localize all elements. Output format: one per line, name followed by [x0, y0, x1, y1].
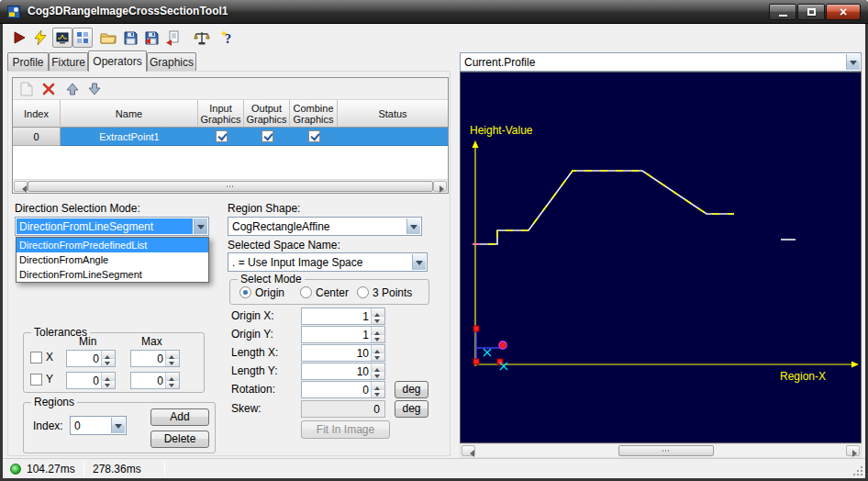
run-button[interactable]	[9, 28, 29, 48]
spin-up-icon[interactable]	[372, 345, 384, 353]
move-up-button[interactable]	[63, 80, 82, 98]
dropdown-option-angle[interactable]: DirectionFromAngle	[17, 252, 208, 267]
origin-y-spinner[interactable]: 1	[301, 326, 385, 343]
add-operator-button[interactable]	[17, 80, 36, 98]
spin-up-icon[interactable]	[166, 351, 179, 359]
three-points-radio[interactable]	[357, 286, 369, 298]
spin-up-icon[interactable]	[102, 373, 115, 381]
run-continuous-button[interactable]	[30, 28, 50, 48]
import-button[interactable]	[162, 28, 183, 48]
save-as-button[interactable]	[141, 28, 161, 48]
scrollbar-thumb[interactable]	[618, 445, 714, 456]
electrode-toggle-a-button[interactable]	[52, 28, 72, 48]
column-header-combine-graphics[interactable]: Combine Graphics	[290, 100, 338, 128]
tab-graphics[interactable]: Graphics	[147, 52, 196, 71]
tolerance-y-min-spinner[interactable]: 0	[66, 372, 116, 389]
chevron-down-icon[interactable]	[194, 218, 207, 234]
spin-up-icon[interactable]	[372, 327, 384, 335]
row-name-cell[interactable]: ExtractPoint1	[61, 128, 198, 146]
spin-up-icon[interactable]	[166, 373, 179, 381]
spin-down-icon[interactable]	[102, 359, 115, 366]
spin-up-icon[interactable]	[372, 364, 384, 372]
profile-hscrollbar[interactable]	[460, 443, 862, 458]
column-header-name[interactable]: Name	[61, 100, 198, 128]
region-shape-combo[interactable]: CogRectangleAffine	[228, 217, 422, 236]
save-button[interactable]	[120, 28, 140, 48]
fit-in-image-button[interactable]: Fit In Image	[301, 420, 390, 439]
column-header-input-graphics[interactable]: Input Graphics	[198, 100, 244, 128]
spin-up-icon[interactable]	[372, 308, 384, 317]
rotation-label: Rotation:	[231, 383, 275, 396]
spin-down-icon[interactable]	[372, 353, 384, 361]
profile-display[interactable]: Height-Value Region-X	[460, 72, 862, 443]
spin-down-icon[interactable]	[166, 359, 179, 366]
delete-operator-button[interactable]	[39, 80, 58, 98]
open-file-icon	[100, 30, 117, 45]
rotation-deg-button[interactable]: deg	[395, 381, 428, 398]
add-region-button[interactable]: Add	[150, 408, 209, 426]
rotation-spinner[interactable]: 0	[301, 381, 385, 398]
dropdown-option-predefined-list[interactable]: DirectionFromPredefinedList	[17, 238, 208, 252]
spin-down-icon[interactable]	[372, 372, 384, 379]
tolerance-x-max-spinner[interactable]: 0	[130, 350, 180, 367]
close-button[interactable]: ×	[826, 4, 861, 20]
column-header-status[interactable]: Status	[338, 100, 448, 128]
chevron-down-icon[interactable]	[412, 254, 426, 270]
scroll-left-button[interactable]	[462, 445, 475, 456]
spin-up-icon[interactable]	[102, 351, 115, 359]
tolerance-x-min-spinner[interactable]: 0	[66, 350, 116, 367]
title-bar[interactable]: Cog3DRangeImageCrossSectionTool1 ×	[0, 0, 868, 24]
tolerance-x-checkbox[interactable]	[30, 352, 42, 364]
chevron-down-icon[interactable]	[111, 418, 125, 433]
space-name-combo[interactable]: . = Use Input Image Space	[228, 252, 428, 272]
input-graphics-checkbox[interactable]	[216, 130, 228, 142]
scroll-right-button[interactable]	[433, 181, 447, 192]
tab-profile[interactable]: Profile	[7, 52, 49, 71]
length-y-spinner[interactable]: 10	[301, 363, 385, 380]
scroll-right-button[interactable]	[846, 445, 860, 456]
operators-hscrollbar[interactable]	[13, 179, 448, 193]
delete-region-button[interactable]: Delete	[150, 431, 209, 448]
column-header-output-graphics[interactable]: Output Graphics	[244, 100, 290, 128]
tool-run-time: 104.27ms	[27, 463, 75, 475]
spin-down-icon[interactable]	[372, 335, 384, 342]
resize-grip[interactable]	[851, 464, 863, 476]
maximize-button[interactable]	[797, 4, 825, 20]
chevron-down-icon[interactable]	[846, 54, 860, 70]
region-index-combo[interactable]: 0	[70, 416, 127, 435]
skew-deg-button[interactable]: deg	[395, 400, 428, 418]
output-graphics-checkbox[interactable]	[262, 130, 273, 142]
svg-text:?: ?	[225, 32, 231, 46]
origin-x-spinner[interactable]: 1	[301, 308, 385, 325]
column-header-index[interactable]: Index	[13, 100, 61, 128]
profile-selector-combo[interactable]: Current.Profile	[460, 52, 862, 72]
open-file-button[interactable]	[98, 28, 118, 48]
benchmark-button[interactable]	[192, 28, 212, 48]
new-document-icon	[20, 82, 33, 96]
scrollbar-thumb[interactable]	[28, 181, 433, 192]
spin-down-icon[interactable]	[372, 390, 384, 397]
center-radio[interactable]	[300, 286, 312, 298]
spin-down-icon[interactable]	[372, 317, 384, 324]
spin-down-icon[interactable]	[102, 381, 115, 388]
help-button[interactable]: ?	[217, 28, 238, 48]
electrode-toggle-b-button[interactable]	[72, 28, 93, 48]
combine-graphics-checkbox[interactable]	[308, 130, 320, 142]
origin-radio[interactable]	[239, 286, 251, 298]
minimize-icon	[779, 15, 787, 17]
spin-down-icon[interactable]	[166, 381, 179, 388]
chevron-down-icon[interactable]	[406, 218, 420, 234]
minimize-button[interactable]	[769, 4, 796, 20]
tab-fixture[interactable]: Fixture	[49, 52, 88, 71]
tolerance-y-checkbox[interactable]	[30, 374, 42, 386]
spin-up-icon[interactable]	[372, 382, 384, 390]
tab-operators[interactable]: Operators	[88, 50, 147, 72]
move-down-button[interactable]	[85, 80, 104, 98]
row-index-cell[interactable]: 0	[13, 128, 61, 146]
row-status-cell[interactable]	[338, 128, 448, 146]
direction-mode-combo[interactable]: DirectionFromLineSegment	[15, 217, 209, 236]
scroll-left-button[interactable]	[14, 181, 28, 192]
tolerance-y-max-spinner[interactable]: 0	[130, 372, 180, 389]
dropdown-option-line-segment[interactable]: DirectionFromLineSegment	[17, 267, 208, 282]
length-x-spinner[interactable]: 10	[301, 344, 385, 362]
